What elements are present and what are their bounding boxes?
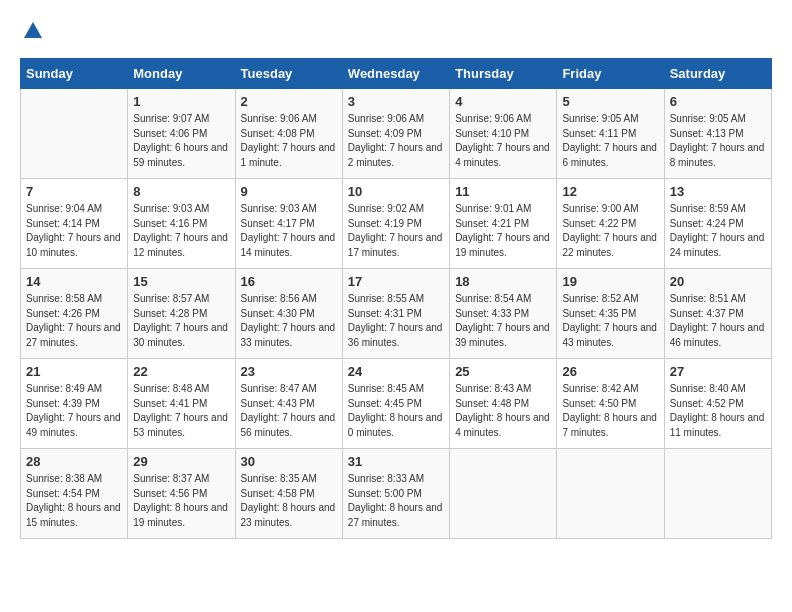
day-info: Sunrise: 8:52 AMSunset: 4:35 PMDaylight:… [562, 292, 658, 350]
day-number: 1 [133, 94, 229, 109]
calendar-cell [557, 449, 664, 539]
calendar-cell: 1Sunrise: 9:07 AMSunset: 4:06 PMDaylight… [128, 89, 235, 179]
day-info: Sunrise: 8:43 AMSunset: 4:48 PMDaylight:… [455, 382, 551, 440]
day-info: Sunrise: 8:45 AMSunset: 4:45 PMDaylight:… [348, 382, 444, 440]
calendar-cell: 2Sunrise: 9:06 AMSunset: 4:08 PMDaylight… [235, 89, 342, 179]
calendar-cell: 8Sunrise: 9:03 AMSunset: 4:16 PMDaylight… [128, 179, 235, 269]
day-number: 6 [670, 94, 766, 109]
calendar-cell: 12Sunrise: 9:00 AMSunset: 4:22 PMDayligh… [557, 179, 664, 269]
calendar-cell [450, 449, 557, 539]
day-info: Sunrise: 9:02 AMSunset: 4:19 PMDaylight:… [348, 202, 444, 260]
day-number: 11 [455, 184, 551, 199]
calendar-cell: 3Sunrise: 9:06 AMSunset: 4:09 PMDaylight… [342, 89, 449, 179]
day-info: Sunrise: 8:48 AMSunset: 4:41 PMDaylight:… [133, 382, 229, 440]
day-info: Sunrise: 9:07 AMSunset: 4:06 PMDaylight:… [133, 112, 229, 170]
day-number: 24 [348, 364, 444, 379]
day-number: 19 [562, 274, 658, 289]
day-info: Sunrise: 8:56 AMSunset: 4:30 PMDaylight:… [241, 292, 337, 350]
day-number: 2 [241, 94, 337, 109]
day-info: Sunrise: 8:35 AMSunset: 4:58 PMDaylight:… [241, 472, 337, 530]
day-info: Sunrise: 9:06 AMSunset: 4:09 PMDaylight:… [348, 112, 444, 170]
calendar-cell: 6Sunrise: 9:05 AMSunset: 4:13 PMDaylight… [664, 89, 771, 179]
calendar-cell: 24Sunrise: 8:45 AMSunset: 4:45 PMDayligh… [342, 359, 449, 449]
day-info: Sunrise: 9:03 AMSunset: 4:17 PMDaylight:… [241, 202, 337, 260]
calendar-cell: 19Sunrise: 8:52 AMSunset: 4:35 PMDayligh… [557, 269, 664, 359]
calendar-week-row: 7Sunrise: 9:04 AMSunset: 4:14 PMDaylight… [21, 179, 772, 269]
day-info: Sunrise: 8:54 AMSunset: 4:33 PMDaylight:… [455, 292, 551, 350]
day-info: Sunrise: 8:40 AMSunset: 4:52 PMDaylight:… [670, 382, 766, 440]
calendar-cell: 22Sunrise: 8:48 AMSunset: 4:41 PMDayligh… [128, 359, 235, 449]
day-number: 23 [241, 364, 337, 379]
calendar-week-row: 1Sunrise: 9:07 AMSunset: 4:06 PMDaylight… [21, 89, 772, 179]
calendar-cell: 14Sunrise: 8:58 AMSunset: 4:26 PMDayligh… [21, 269, 128, 359]
calendar-cell: 17Sunrise: 8:55 AMSunset: 4:31 PMDayligh… [342, 269, 449, 359]
header-wednesday: Wednesday [342, 59, 449, 89]
calendar-cell: 5Sunrise: 9:05 AMSunset: 4:11 PMDaylight… [557, 89, 664, 179]
calendar-cell: 13Sunrise: 8:59 AMSunset: 4:24 PMDayligh… [664, 179, 771, 269]
day-info: Sunrise: 8:42 AMSunset: 4:50 PMDaylight:… [562, 382, 658, 440]
header-tuesday: Tuesday [235, 59, 342, 89]
calendar-cell: 15Sunrise: 8:57 AMSunset: 4:28 PMDayligh… [128, 269, 235, 359]
day-info: Sunrise: 8:37 AMSunset: 4:56 PMDaylight:… [133, 472, 229, 530]
day-number: 14 [26, 274, 122, 289]
header-saturday: Saturday [664, 59, 771, 89]
day-number: 15 [133, 274, 229, 289]
calendar-cell: 16Sunrise: 8:56 AMSunset: 4:30 PMDayligh… [235, 269, 342, 359]
day-info: Sunrise: 9:04 AMSunset: 4:14 PMDaylight:… [26, 202, 122, 260]
calendar-week-row: 14Sunrise: 8:58 AMSunset: 4:26 PMDayligh… [21, 269, 772, 359]
day-info: Sunrise: 9:05 AMSunset: 4:13 PMDaylight:… [670, 112, 766, 170]
calendar-cell: 18Sunrise: 8:54 AMSunset: 4:33 PMDayligh… [450, 269, 557, 359]
calendar-header-row: SundayMondayTuesdayWednesdayThursdayFrid… [21, 59, 772, 89]
day-info: Sunrise: 8:38 AMSunset: 4:54 PMDaylight:… [26, 472, 122, 530]
calendar-cell: 23Sunrise: 8:47 AMSunset: 4:43 PMDayligh… [235, 359, 342, 449]
day-number: 20 [670, 274, 766, 289]
calendar-cell: 25Sunrise: 8:43 AMSunset: 4:48 PMDayligh… [450, 359, 557, 449]
calendar-cell: 4Sunrise: 9:06 AMSunset: 4:10 PMDaylight… [450, 89, 557, 179]
calendar-cell: 7Sunrise: 9:04 AMSunset: 4:14 PMDaylight… [21, 179, 128, 269]
calendar-cell: 31Sunrise: 8:33 AMSunset: 5:00 PMDayligh… [342, 449, 449, 539]
logo [20, 20, 44, 42]
day-number: 28 [26, 454, 122, 469]
header-sunday: Sunday [21, 59, 128, 89]
calendar-week-row: 28Sunrise: 8:38 AMSunset: 4:54 PMDayligh… [21, 449, 772, 539]
calendar-cell: 28Sunrise: 8:38 AMSunset: 4:54 PMDayligh… [21, 449, 128, 539]
day-info: Sunrise: 8:47 AMSunset: 4:43 PMDaylight:… [241, 382, 337, 440]
day-info: Sunrise: 8:59 AMSunset: 4:24 PMDaylight:… [670, 202, 766, 260]
day-number: 22 [133, 364, 229, 379]
calendar-cell: 9Sunrise: 9:03 AMSunset: 4:17 PMDaylight… [235, 179, 342, 269]
calendar-cell: 27Sunrise: 8:40 AMSunset: 4:52 PMDayligh… [664, 359, 771, 449]
day-info: Sunrise: 8:57 AMSunset: 4:28 PMDaylight:… [133, 292, 229, 350]
logo-icon [22, 20, 44, 42]
calendar-cell [664, 449, 771, 539]
day-info: Sunrise: 9:06 AMSunset: 4:10 PMDaylight:… [455, 112, 551, 170]
day-number: 18 [455, 274, 551, 289]
day-number: 13 [670, 184, 766, 199]
day-number: 7 [26, 184, 122, 199]
day-number: 31 [348, 454, 444, 469]
day-number: 12 [562, 184, 658, 199]
calendar-cell: 20Sunrise: 8:51 AMSunset: 4:37 PMDayligh… [664, 269, 771, 359]
header-monday: Monday [128, 59, 235, 89]
day-number: 9 [241, 184, 337, 199]
page-header [20, 20, 772, 42]
calendar-table: SundayMondayTuesdayWednesdayThursdayFrid… [20, 58, 772, 539]
logo-general [20, 20, 44, 42]
day-number: 27 [670, 364, 766, 379]
day-info: Sunrise: 8:49 AMSunset: 4:39 PMDaylight:… [26, 382, 122, 440]
day-info: Sunrise: 9:06 AMSunset: 4:08 PMDaylight:… [241, 112, 337, 170]
day-info: Sunrise: 8:33 AMSunset: 5:00 PMDaylight:… [348, 472, 444, 530]
day-number: 4 [455, 94, 551, 109]
day-number: 29 [133, 454, 229, 469]
day-info: Sunrise: 8:55 AMSunset: 4:31 PMDaylight:… [348, 292, 444, 350]
day-number: 10 [348, 184, 444, 199]
day-info: Sunrise: 9:00 AMSunset: 4:22 PMDaylight:… [562, 202, 658, 260]
calendar-cell: 10Sunrise: 9:02 AMSunset: 4:19 PMDayligh… [342, 179, 449, 269]
day-info: Sunrise: 8:58 AMSunset: 4:26 PMDaylight:… [26, 292, 122, 350]
day-number: 5 [562, 94, 658, 109]
day-info: Sunrise: 8:51 AMSunset: 4:37 PMDaylight:… [670, 292, 766, 350]
header-friday: Friday [557, 59, 664, 89]
day-number: 21 [26, 364, 122, 379]
calendar-cell: 30Sunrise: 8:35 AMSunset: 4:58 PMDayligh… [235, 449, 342, 539]
calendar-cell: 21Sunrise: 8:49 AMSunset: 4:39 PMDayligh… [21, 359, 128, 449]
day-info: Sunrise: 9:03 AMSunset: 4:16 PMDaylight:… [133, 202, 229, 260]
